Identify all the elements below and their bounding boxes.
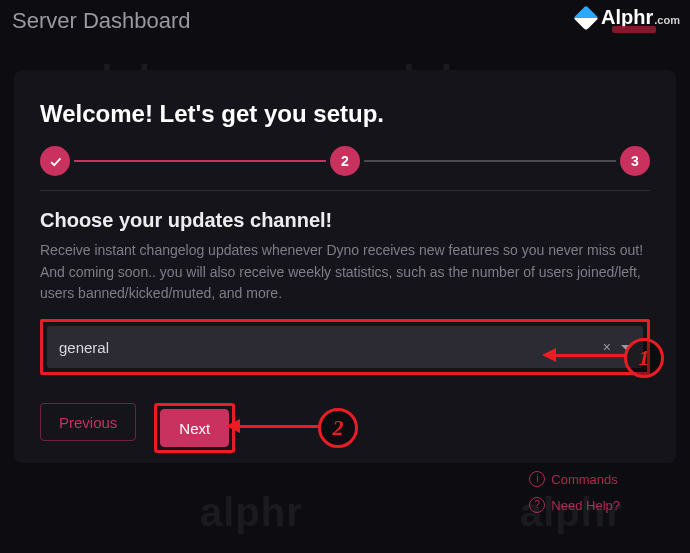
question-icon: ?: [529, 497, 545, 513]
brand-name-text: Alphr: [601, 6, 653, 28]
step-3: 3: [620, 146, 650, 176]
alphr-mark-icon: [573, 5, 598, 30]
partial-red-element: [612, 26, 656, 33]
stepper: 2 3: [40, 146, 650, 176]
annotation-frame-1: general ×: [40, 319, 650, 375]
section-desc-line-1: Receive instant changelog updates whenev…: [40, 242, 643, 258]
clear-icon[interactable]: ×: [603, 340, 611, 354]
next-button[interactable]: Next: [160, 409, 229, 447]
section-description: Receive instant changelog updates whenev…: [40, 240, 650, 305]
watermark: alphr: [200, 490, 303, 535]
updates-channel-select[interactable]: general ×: [47, 326, 643, 368]
chevron-down-icon[interactable]: [621, 345, 631, 350]
section-title: Choose your updates channel!: [40, 209, 650, 232]
need-help-link[interactable]: ? Need Help?: [529, 497, 620, 513]
step-2: 2: [330, 146, 360, 176]
step-bar-2: [364, 160, 616, 162]
divider: [40, 190, 650, 191]
nav-row: Previous Next: [40, 403, 650, 453]
need-help-link-label: Need Help?: [551, 498, 620, 513]
previous-button[interactable]: Previous: [40, 403, 136, 441]
commands-link-label: Commands: [551, 472, 617, 487]
annotation-frame-2: Next: [154, 403, 235, 453]
setup-modal: Welcome! Let's get you setup. 2 3 Choose…: [14, 70, 676, 463]
page-title: Server Dashboard: [12, 8, 191, 34]
section-desc-line-2: And coming soon.. you will also receive …: [40, 264, 641, 302]
select-value: general: [59, 339, 109, 356]
check-icon: [48, 154, 63, 169]
brand-tld: .com: [654, 14, 680, 26]
commands-link[interactable]: i Commands: [529, 471, 617, 487]
step-1-done: [40, 146, 70, 176]
modal-heading: Welcome! Let's get you setup.: [40, 100, 650, 128]
footer-links: i Commands ? Need Help?: [529, 471, 620, 513]
info-icon: i: [529, 471, 545, 487]
step-bar-1: [74, 160, 326, 162]
